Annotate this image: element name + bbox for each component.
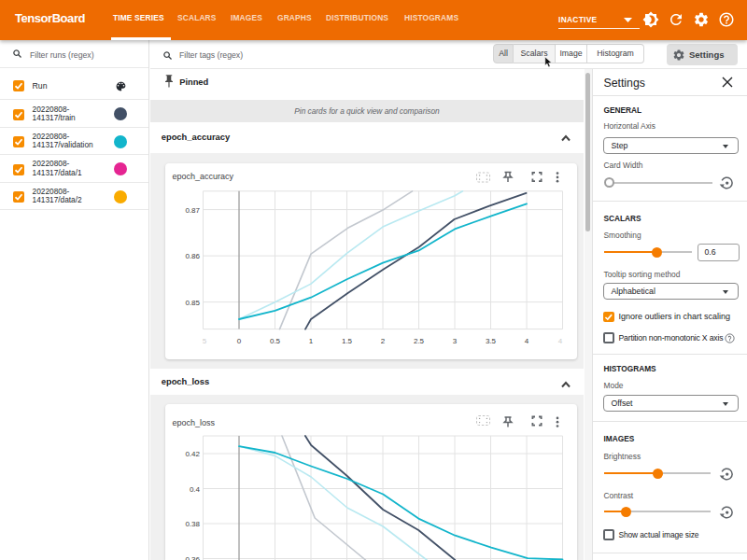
svg-text:0.36: 0.36	[185, 555, 200, 560]
svg-text:1.5: 1.5	[341, 336, 352, 344]
svg-text:0.87: 0.87	[185, 205, 200, 214]
svg-text:0.85: 0.85	[185, 298, 200, 306]
svg-text:epoch_accuracy: epoch_accuracy	[172, 172, 233, 181]
svg-text:3.5: 3.5	[485, 336, 496, 344]
svg-text:5: 5	[202, 336, 206, 344]
svg-text:0.42: 0.42	[185, 450, 200, 458]
svg-text:0.5: 0.5	[269, 336, 280, 344]
svg-text:2: 2	[380, 336, 385, 344]
svg-text:0.4: 0.4	[189, 485, 200, 494]
svg-text:0: 0	[236, 336, 241, 344]
svg-text:2.5: 2.5	[413, 336, 424, 344]
svg-text:epoch_loss: epoch_loss	[172, 418, 215, 427]
svg-text:0.86: 0.86	[185, 252, 200, 260]
svg-text:4: 4	[524, 336, 529, 344]
svg-text:4: 4	[557, 336, 562, 344]
svg-text:3: 3	[452, 336, 457, 344]
svg-text:1: 1	[308, 336, 313, 344]
svg-text:0.38: 0.38	[185, 520, 200, 528]
